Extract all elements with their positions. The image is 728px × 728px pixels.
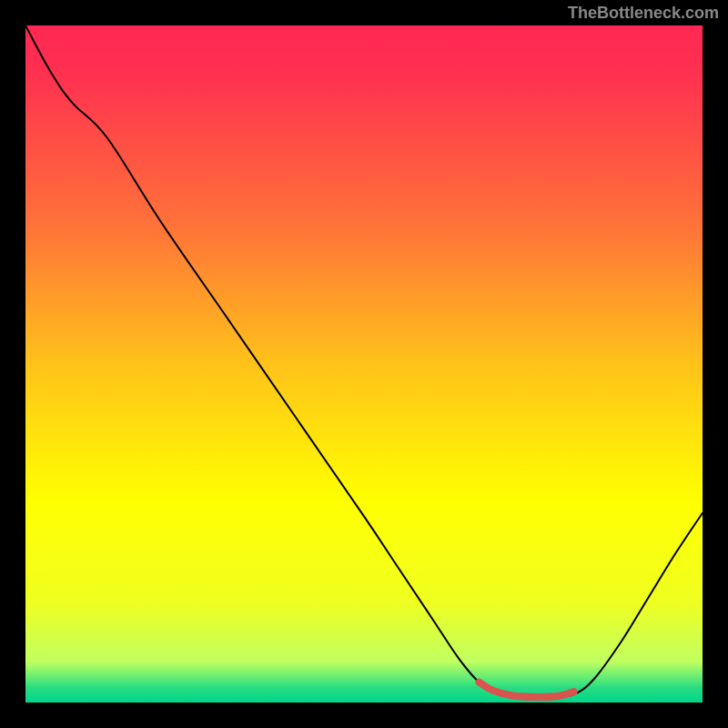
- plot-background: [25, 25, 703, 703]
- chart-svg: [0, 0, 728, 728]
- bottleneck-chart: TheBottleneck.com: [0, 0, 728, 728]
- attribution-text: TheBottleneck.com: [568, 4, 719, 23]
